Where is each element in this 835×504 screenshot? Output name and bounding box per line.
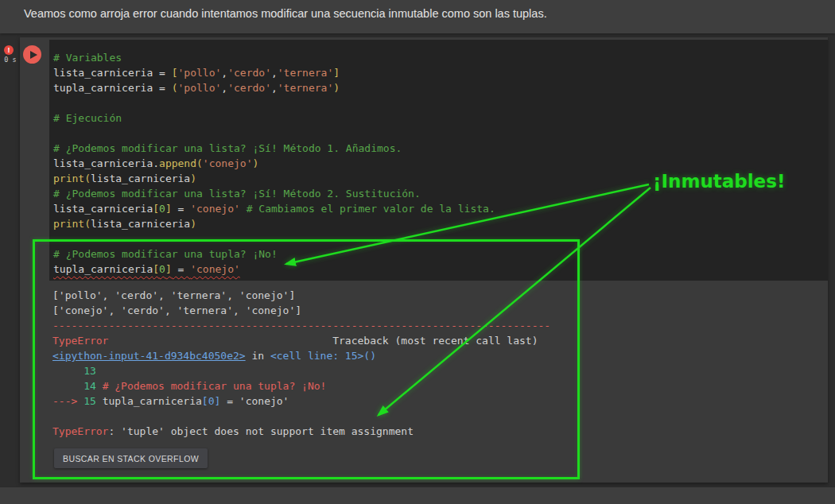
annotation-label: ¡Inmutables! xyxy=(653,171,785,192)
code-line: tupla_carniceria = ('pollo','cerdo','ter… xyxy=(53,80,495,95)
token: : 'tuple' object does not support item a… xyxy=(108,425,414,437)
output-area: ['pollo', 'cerdo', 'ternera', 'conejo'][… xyxy=(52,288,550,439)
token: <cell line: 15>() xyxy=(270,350,376,362)
code-line: # ¿Podemos modificar una lista? ¡Sí! Mét… xyxy=(53,141,495,156)
output-line: ----------------------------------------… xyxy=(52,318,550,333)
output-line: ['pollo', 'cerdo', 'ternera', 'conejo'] xyxy=(52,288,550,303)
code-line: # Variables xyxy=(53,50,495,65)
output-line: ---> 15 tupla_carniceria[0] = 'conejo' xyxy=(52,394,550,409)
token: = 'conejo' xyxy=(220,395,289,407)
output-line: ['conejo', 'cerdo', 'ternera', 'conejo'] xyxy=(52,303,550,318)
token: tupla_carniceria xyxy=(103,395,202,407)
token: in xyxy=(246,350,270,362)
token: , xyxy=(221,82,227,94)
token: [ xyxy=(153,203,159,215)
code-area: # Variableslista_carniceria = ['pollo','… xyxy=(53,50,495,277)
token: 0 xyxy=(159,203,165,215)
token: 'conejo' xyxy=(190,203,240,215)
token: # ¿Podemos modificar una lista? ¡Sí! Mét… xyxy=(53,188,421,200)
token: lista_carniceria xyxy=(91,173,190,184)
token: append( xyxy=(159,157,203,169)
token: ] xyxy=(165,263,172,275)
output-line: <ipython-input-41-d934bc4050e2> in <cell… xyxy=(52,348,550,363)
play-icon xyxy=(30,51,37,59)
token: ) xyxy=(190,218,196,230)
token: ( xyxy=(172,82,178,94)
code-line: # Ejecución xyxy=(53,110,495,126)
markdown-cell: Veamos como arroja error cuando intentam… xyxy=(0,0,835,33)
code-line-error: tupla_carniceria[0] = 'conejo' xyxy=(53,262,495,277)
token: , xyxy=(221,67,227,79)
token: ) xyxy=(190,173,196,184)
markdown-text: Veamos como arroja error cuando intentam… xyxy=(24,6,547,21)
output-line: TypeError: 'tuple' object does not suppo… xyxy=(52,424,550,439)
error-badge-icon: ! xyxy=(4,45,14,55)
search-stack-overflow-button[interactable]: BUSCAR EN STACK OVERFLOW xyxy=(54,448,208,468)
output-line: TypeError Traceback (most recent call la… xyxy=(52,333,550,348)
token: 'conejo' xyxy=(190,263,240,275)
code-line: lista_carniceria.append('conejo') xyxy=(53,156,495,171)
code-line: # ¿Podemos modificar una lista? ¡Sí! Mét… xyxy=(53,186,495,201)
token: ) xyxy=(252,157,258,169)
token: ] xyxy=(165,203,172,215)
code-line xyxy=(53,231,495,246)
code-cell: # Variableslista_carniceria = ['pollo','… xyxy=(20,37,828,483)
token: Traceback (most recent call last) xyxy=(108,335,538,347)
token: tupla_carniceria = xyxy=(53,82,172,94)
traceback-link[interactable]: <ipython-input-41-d934bc4050e2> xyxy=(52,350,246,362)
token: 0 xyxy=(159,263,165,275)
code-line xyxy=(53,95,495,110)
token: # ¿Podemos modificar una lista? ¡Sí! Mét… xyxy=(53,142,402,154)
output-line: 14 # ¿Podemos modificar una tupla? ¡No! xyxy=(52,378,550,394)
token: [0] xyxy=(202,395,220,407)
token: TypeError xyxy=(52,335,108,347)
token: # Variables xyxy=(53,52,122,64)
code-editor[interactable]: # Variableslista_carniceria = ['pollo','… xyxy=(49,40,828,281)
token: ['pollo', 'cerdo', 'ternera', 'conejo'] xyxy=(52,289,295,301)
token: 'conejo' xyxy=(203,157,253,169)
token: ---> xyxy=(52,395,84,407)
token: 'ternera' xyxy=(278,67,333,79)
token: 14 xyxy=(52,380,103,392)
execution-time: 0 s xyxy=(2,56,18,64)
next-cell-strip xyxy=(0,487,835,504)
token: , xyxy=(271,82,278,94)
output-line xyxy=(52,409,550,424)
token: 'cerdo' xyxy=(227,67,271,79)
code-line: print(lista_carniceria) xyxy=(53,216,495,231)
token: 'cerdo' xyxy=(227,82,271,94)
token: [ xyxy=(172,67,178,79)
token: tupla_carniceria xyxy=(53,263,153,275)
token: ) xyxy=(333,82,340,94)
token: 'pollo' xyxy=(178,67,222,79)
token: # ¿Podemos modificar una tupla? ¡No! xyxy=(103,380,327,392)
token: TypeError xyxy=(52,425,108,437)
code-line xyxy=(53,126,495,141)
token: lista_carniceria. xyxy=(53,157,159,169)
token: [ xyxy=(153,263,159,275)
output-line: 13 xyxy=(52,363,550,378)
token xyxy=(240,203,247,215)
token: # Ejecución xyxy=(53,112,122,124)
token: 15 xyxy=(84,395,102,407)
code-line: # ¿Podemos modificar una tupla? ¡No! xyxy=(53,246,495,262)
run-cell-button[interactable] xyxy=(23,45,41,64)
token: # Cambiamos el primer valor de la lista. xyxy=(247,203,495,215)
token: 'pollo' xyxy=(178,82,222,94)
token: , xyxy=(271,67,278,79)
token: # ¿Podemos modificar una tupla? ¡No! xyxy=(53,248,278,260)
token: lista_carniceria xyxy=(91,218,190,230)
token: = xyxy=(172,263,190,275)
token: print( xyxy=(53,218,91,230)
token: = xyxy=(172,203,190,215)
code-line: print(lista_carniceria) xyxy=(53,171,495,186)
code-line: lista_carniceria = ['pollo','cerdo','ter… xyxy=(53,65,495,80)
token: ['conejo', 'cerdo', 'ternera', 'conejo'] xyxy=(52,304,301,316)
token: ----------------------------------------… xyxy=(52,320,550,331)
code-line: lista_carniceria[0] = 'conejo' # Cambiam… xyxy=(53,201,495,216)
token: 'ternera' xyxy=(278,82,333,94)
token: ] xyxy=(333,67,340,79)
token: lista_carniceria = xyxy=(53,67,172,79)
token: print( xyxy=(53,173,91,184)
token: 13 xyxy=(52,365,103,377)
